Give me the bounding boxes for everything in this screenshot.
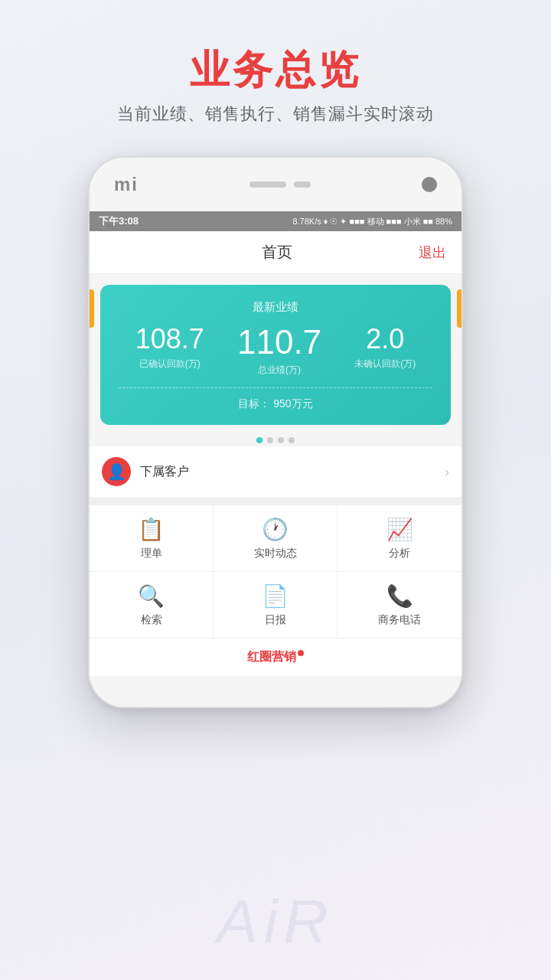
phone-camera <box>422 177 437 192</box>
section-divider <box>90 498 461 505</box>
app-bottom-brand: 红圈营销 <box>90 639 461 676</box>
app-header-title: 首页 <box>135 242 419 263</box>
phone-mockup: mi 下午3:08 8.78K/s ♦ ☉ ✦ ■■■ 移动 ■■■ 小米 ■■… <box>88 156 463 708</box>
search-label: 检索 <box>141 613 162 627</box>
menu-item-search[interactable]: 🔍 检索 <box>90 572 214 639</box>
analysis-label: 分析 <box>389 547 410 560</box>
phone-top: mi <box>90 158 461 211</box>
status-bar: 下午3:08 8.78K/s ♦ ☉ ✦ ■■■ 移动 ■■■ 小米 ■■ 88… <box>90 211 461 231</box>
menu-item-phone[interactable]: 📞 商务电话 <box>337 572 461 639</box>
yellow-bar-right <box>457 289 461 328</box>
pagination-dots <box>90 437 461 443</box>
daily-icon: 📄 <box>262 586 289 607</box>
logout-button[interactable]: 退出 <box>419 243 446 262</box>
dot-4 <box>289 437 295 443</box>
perf-total: 110.7 总业绩(万) <box>237 325 321 377</box>
realtime-icon: 🕐 <box>262 519 289 541</box>
performance-card-wrap: 最新业绩 108.7 已确认回款(万) 110.7 总业绩(万) 2.0 未确认… <box>90 274 461 431</box>
dot-1 <box>256 437 262 443</box>
analysis-icon: 📈 <box>386 519 413 541</box>
perf-unconfirmed-value: 2.0 <box>354 325 416 353</box>
perf-confirmed-label: 已确认回款(万) <box>135 358 204 371</box>
customer-row[interactable]: 👤 下属客户 › <box>90 446 461 497</box>
phone-bottom <box>90 676 461 707</box>
lidan-label: 理单 <box>141 547 162 560</box>
perf-card-title: 最新业绩 <box>119 300 432 315</box>
app-header: 首页 退出 <box>90 231 461 274</box>
page-title-sub: 当前业绩、销售执行、销售漏斗实时滚动 <box>0 103 551 126</box>
perf-numbers-row: 108.7 已确认回款(万) 110.7 总业绩(万) 2.0 未确认回款(万) <box>119 325 432 377</box>
grid-menu: 📋 理单 🕐 实时动态 📈 分析 🔍 检索 📄 日报 📞 商务电话 <box>90 505 461 639</box>
yellow-bar-left <box>90 289 94 328</box>
perf-target: 目标： 950万元 <box>119 397 432 411</box>
phone-label: 商务电话 <box>378 613 421 627</box>
lidan-icon: 📋 <box>138 519 165 541</box>
menu-item-analysis[interactable]: 📈 分析 <box>337 505 461 572</box>
watermark-area: AiR <box>0 887 551 957</box>
search-icon: 🔍 <box>138 586 165 607</box>
brand-name: 红圈营销 <box>247 650 296 663</box>
brand-dot <box>298 650 304 656</box>
status-info: 8.78K/s ♦ ☉ ✦ ■■■ 移动 ■■■ 小米 ■■ 88% <box>292 216 452 227</box>
perf-total-value: 110.7 <box>237 325 321 359</box>
status-time: 下午3:08 <box>99 214 139 228</box>
phone-brand-logo: mi <box>114 174 139 195</box>
customer-avatar: 👤 <box>102 457 131 486</box>
perf-confirmed: 108.7 已确认回款(万) <box>135 325 204 371</box>
phone-notch <box>249 181 311 188</box>
customer-label: 下属客户 <box>140 464 445 480</box>
daily-label: 日报 <box>265 613 286 627</box>
menu-item-lidan[interactable]: 📋 理单 <box>90 505 214 572</box>
app-content: 最新业绩 108.7 已确认回款(万) 110.7 总业绩(万) 2.0 未确认… <box>90 274 461 676</box>
perf-unconfirmed-label: 未确认回款(万) <box>354 358 416 371</box>
perf-unconfirmed: 2.0 未确认回款(万) <box>354 325 416 371</box>
dot-2 <box>267 437 273 443</box>
page-title-area: 业务总览 当前业绩、销售执行、销售漏斗实时滚动 <box>0 0 551 141</box>
menu-item-daily[interactable]: 📄 日报 <box>214 572 337 639</box>
customer-avatar-icon: 👤 <box>107 462 126 481</box>
dot-3 <box>278 437 284 443</box>
phone-speaker <box>249 181 286 188</box>
performance-card: 最新业绩 108.7 已确认回款(万) 110.7 总业绩(万) 2.0 未确认… <box>100 285 451 425</box>
phone-icon: 📞 <box>386 586 413 607</box>
page-title-main: 业务总览 <box>0 46 551 93</box>
perf-confirmed-value: 108.7 <box>135 325 204 353</box>
perf-target-value: 950万元 <box>273 397 312 410</box>
perf-total-label: 总业绩(万) <box>237 364 321 377</box>
phone-mic <box>294 181 311 188</box>
customer-arrow-icon: › <box>445 464 449 480</box>
air-watermark: AiR <box>0 887 551 957</box>
realtime-label: 实时动态 <box>254 547 297 560</box>
menu-item-realtime[interactable]: 🕐 实时动态 <box>214 505 337 572</box>
perf-target-label: 目标： <box>238 397 270 410</box>
perf-divider <box>119 387 432 388</box>
